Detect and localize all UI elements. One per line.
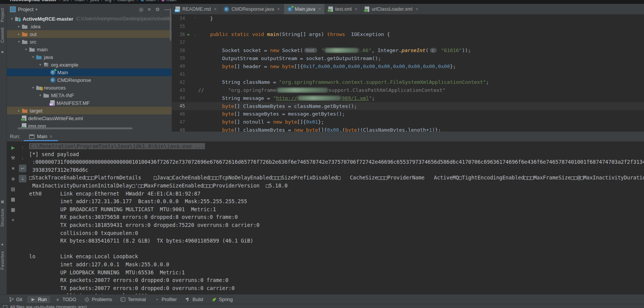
tree-item--idea[interactable]: ▸.idea <box>7 23 172 30</box>
collapse-all-icon[interactable]: ≡ <box>148 7 151 12</box>
toolwindow-button-problems[interactable]: Problems <box>81 296 116 303</box>
clear-icon[interactable]: ▩ <box>9 196 17 203</box>
twisty-closed-icon[interactable]: ▸ <box>16 32 22 36</box>
stripe-project-label[interactable]: Project <box>0 7 7 23</box>
tree-item-activemqrce-master[interactable]: ▾ActiveMqRCE-masterC:\Users\Anonymous\De… <box>7 15 172 23</box>
tree-item-main[interactable]: C▶Main <box>7 68 172 76</box>
tree-horizontal-scrollbar[interactable] <box>18 127 133 129</box>
stripe-favorites-label[interactable]: Favorites <box>0 249 7 272</box>
toolwindow-button-terminal[interactable]: Terminal <box>117 296 149 303</box>
code-text: String className = "org.springframework.… <box>198 79 644 85</box>
tree-item-cmdresponse[interactable]: CCMDResponse <box>7 76 172 84</box>
twisty-open-icon[interactable]: ▾ <box>38 93 43 97</box>
breadcrumb-item[interactable]: example <box>117 0 134 2</box>
breadcrumb-item[interactable]: main <box>161 0 176 2</box>
twisty-open-icon[interactable]: ▾ <box>23 47 29 51</box>
stop-icon[interactable]: ■ <box>9 165 17 172</box>
close-icon[interactable]: × <box>355 7 357 12</box>
breadcrumb-item[interactable]: java <box>90 0 99 2</box>
stripe-commit-label[interactable]: Commit <box>0 25 7 45</box>
run-tab-main[interactable]: Main × <box>24 132 57 141</box>
breadcrumb-item[interactable]: org <box>105 0 111 2</box>
thread-dump-icon[interactable]: ◉ <box>9 175 17 183</box>
close-icon[interactable]: × <box>214 7 216 12</box>
tree-item-out[interactable]: ▸out <box>7 30 172 38</box>
tree-item-main[interactable]: ▾main <box>7 46 172 53</box>
hide-panel-icon[interactable]: — <box>164 7 169 12</box>
twisty-open-icon[interactable]: ▾ <box>9 17 15 21</box>
print-icon[interactable]: ▤ <box>9 185 17 193</box>
editor-tab-test-xml[interactable]: <>test.xml× <box>325 4 361 14</box>
active-tab-underline <box>24 140 57 141</box>
toolwindow-button-label: Terminal <box>128 297 146 302</box>
editor-tab-main-java[interactable]: C▶Main.java× <box>284 4 325 14</box>
code-line-44: 44 String message = "http://989/1.xml"; <box>172 94 644 102</box>
editor-tab-cmdresponse-java[interactable]: CCMDResponse.java× <box>220 4 283 14</box>
twisty-closed-icon[interactable]: ▸ <box>16 109 22 112</box>
tree-vertical-scrollbar[interactable] <box>170 8 171 41</box>
toolwindow-button-git[interactable]: Git <box>5 296 26 303</box>
profiler-icon: ◔ <box>154 297 159 302</box>
close-icon[interactable]: × <box>277 7 280 12</box>
close-icon[interactable]: × <box>50 134 52 139</box>
twisty-open-icon[interactable]: ▾ <box>31 86 36 90</box>
breadcrumb-item[interactable]: Main <box>141 0 156 2</box>
down-stack-icon[interactable]: ↓ <box>19 154 26 162</box>
close-icon[interactable]: × <box>318 7 321 12</box>
stripe-structure-label[interactable]: Structure <box>0 206 7 230</box>
toolwindow-button-spring[interactable]: Spring <box>208 296 236 303</box>
tree-item-java[interactable]: ▾java <box>7 53 172 61</box>
run-line-icon[interactable]: ▶ <box>185 33 192 36</box>
toolwindow-button-todo[interactable]: ≡TODO <box>52 296 80 303</box>
breadcrumb-separator: / <box>101 0 102 2</box>
twisty-open-icon[interactable]: ▾ <box>16 40 22 44</box>
line-number: 36 <box>172 32 185 37</box>
editor-tab-readme-md[interactable]: MDREADME.md× <box>172 4 220 14</box>
console-line: UP LOOPBACK RUNNING MTU:65536 Metric:1 <box>29 269 644 277</box>
chevron-down-icon[interactable]: ▾ <box>35 7 37 11</box>
breadcrumb[interactable]: ActiveMqRCE-master/src/main/java/org/exa… <box>10 0 176 2</box>
toolwindow-button-run[interactable]: ▶Run <box>27 296 50 303</box>
toolwindow-button-label: Run <box>38 297 47 302</box>
fold-marker-icon[interactable]: ⌃ <box>192 16 198 20</box>
layout-icon[interactable]: ▦ <box>9 206 17 213</box>
settings-icon[interactable]: ⚙ <box>155 7 160 12</box>
project-panel-title[interactable]: Project <box>18 7 33 12</box>
tree-item-resources[interactable]: ▾resources <box>7 84 172 91</box>
locate-icon[interactable]: ◎ <box>139 7 143 12</box>
twisty-open-icon[interactable]: ▾ <box>31 55 36 59</box>
code-segment: byte <box>222 64 234 69</box>
build-icon <box>185 297 190 302</box>
bookmark-icon[interactable]: ⚑ <box>1 51 4 54</box>
toolwindow-button-build[interactable]: Build <box>182 296 206 303</box>
favorites-star-icon[interactable]: ★ <box>1 243 4 246</box>
rerun-icon[interactable]: ▶ <box>9 144 17 152</box>
build-settings-icon[interactable]: ⚒ <box>9 154 17 162</box>
code-line-38: 38 Socket socket = new Socket(host: ".66… <box>172 46 644 54</box>
code-text: byte[] notnull = new byte[]{0x01}; <box>198 119 644 125</box>
tree-item-src[interactable]: ▾src <box>7 38 172 46</box>
scroll-end-icon[interactable]: ⇣ <box>19 175 26 183</box>
close-icon[interactable]: × <box>415 7 418 12</box>
breadcrumb-item[interactable]: ActiveMqRCE-master <box>10 0 57 2</box>
toolwindow-button-profiler[interactable]: ◔Profiler <box>151 296 180 303</box>
pin-icon[interactable]: ⌖ <box>9 216 17 224</box>
tree-item-org-example[interactable]: ▾org.example <box>7 61 172 68</box>
editor-tab-urlclassloader-xml[interactable]: <>urlClassLoader.xml× <box>361 4 422 14</box>
structure-icon[interactable]: ▦ <box>1 200 4 204</box>
code-editor[interactable]: 34⌃ }3536▶⌄ public static void main(Stri… <box>172 15 644 134</box>
twisty-closed-icon[interactable]: ▸ <box>16 24 22 28</box>
code-segment: ; <box>372 95 375 101</box>
twisty-open-icon[interactable]: ▾ <box>38 63 43 67</box>
up-stack-icon[interactable]: ↑ <box>19 144 26 152</box>
tree-item-target[interactable]: ▸target <box>7 107 172 114</box>
soft-wrap-icon[interactable]: ↩ <box>19 165 26 172</box>
tree-item-meta-inf[interactable]: ▾META-INF <box>7 91 172 99</box>
tree-item-defineclasswritefile-xml[interactable]: <>defineClassWriteFile.xml <box>7 114 172 122</box>
breadcrumb-item[interactable]: main <box>75 0 85 2</box>
breadcrumb-item[interactable]: src <box>62 0 69 2</box>
breadcrumb-separator: / <box>158 0 159 2</box>
console-line: TX packets:181859431 errors:0 dropped:75… <box>29 221 644 229</box>
fold-marker-icon[interactable]: ⌄ <box>192 33 198 36</box>
tree-item-manifest-mf[interactable]: MFMANIFEST.MF <box>7 99 172 107</box>
